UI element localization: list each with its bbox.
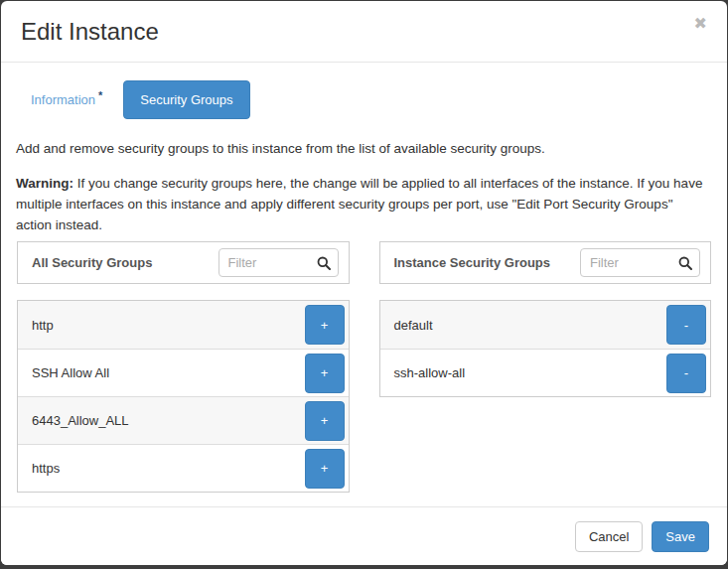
security-group-row: 6443_Allow_ALL+ [18, 396, 349, 444]
required-marker: * [98, 89, 102, 101]
filter-input-instance[interactable] [580, 248, 700, 277]
all-security-groups-panel: All Security Groups http+SSH Allow All+6… [17, 241, 350, 493]
security-group-name: 6443_Allow_ALL [32, 413, 129, 428]
security-group-panels: All Security Groups http+SSH Allow All+6… [17, 241, 711, 493]
filter-input-available[interactable] [218, 248, 339, 277]
security-group-name: SSH Allow All [32, 365, 109, 380]
warning-text: Warning: If you change security groups h… [16, 173, 712, 235]
filter-box [580, 248, 700, 277]
instance-security-groups-panel: Instance Security Groups default-ssh-all… [379, 241, 712, 493]
close-icon[interactable]: ✖ [694, 16, 707, 32]
instance-security-groups-list: default-ssh-allow-all- [379, 300, 712, 397]
all-security-groups-header: All Security Groups [17, 241, 350, 284]
security-group-name: https [32, 461, 60, 476]
security-group-row: default- [380, 301, 711, 349]
add-security-group-button[interactable]: + [305, 449, 345, 489]
modal-title: Edit Instance [21, 18, 159, 46]
security-group-row: https+ [18, 444, 349, 492]
all-security-groups-list: http+SSH Allow All+6443_Allow_ALL+https+ [17, 300, 350, 493]
edit-instance-modal: Edit Instance ✖ Information* Security Gr… [1, 1, 727, 565]
tab-information-label: Information [31, 92, 95, 107]
tab-information[interactable]: Information* [31, 92, 102, 107]
security-group-name: http [32, 318, 54, 333]
panel-title: Instance Security Groups [394, 255, 551, 270]
modal-header: Edit Instance ✖ [1, 1, 727, 63]
panel-title: All Security Groups [32, 255, 152, 270]
security-group-name: ssh-allow-all [394, 365, 466, 380]
add-security-group-button[interactable]: + [305, 401, 345, 441]
cancel-button[interactable]: Cancel [575, 521, 643, 552]
remove-security-group-button[interactable]: - [666, 305, 706, 345]
security-group-name: default [394, 318, 433, 333]
security-group-row: SSH Allow All+ [18, 349, 349, 396]
add-security-group-button[interactable]: + [305, 354, 345, 393]
tab-bar: Information* Security Groups [31, 80, 712, 119]
security-group-row: http+ [18, 301, 349, 349]
security-group-row: ssh-allow-all- [380, 349, 711, 396]
modal-footer: Cancel Save [1, 506, 727, 565]
tab-security-groups[interactable]: Security Groups [123, 80, 249, 119]
save-button[interactable]: Save [652, 521, 709, 552]
warning-label: Warning: [16, 176, 73, 191]
warning-body: If you change security groups here, the … [16, 176, 702, 232]
add-security-group-button[interactable]: + [305, 305, 345, 345]
instance-security-groups-header: Instance Security Groups [379, 241, 712, 284]
filter-box [218, 248, 339, 277]
remove-security-group-button[interactable]: - [666, 354, 706, 393]
description-text: Add and remove security groups to this i… [16, 141, 712, 156]
